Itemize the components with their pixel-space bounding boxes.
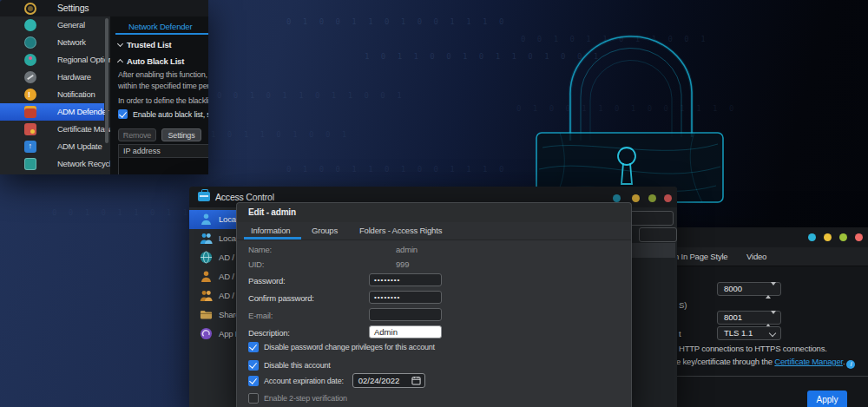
settings-window: Settings General Network Regional Option… [0, 0, 208, 174]
confirm-password-label: Confirm password: [248, 293, 314, 303]
tab-folders-access-rights[interactable]: Folders - Access Rights [359, 226, 442, 235]
close-dot[interactable] [855, 233, 863, 241]
clipped-toolbar-fragment [639, 227, 677, 242]
dialog-title: Edit - admin [248, 207, 296, 217]
ip-address-table[interactable]: IP address [118, 144, 208, 174]
name-value: admin [396, 245, 418, 254]
spinner-arrows-icon[interactable] [766, 285, 776, 297]
tab-sign-in-page-style[interactable]: n In Page Style [674, 252, 727, 261]
regional-options-pin-icon [24, 54, 36, 66]
sidebar-item-regional-options[interactable]: Regional Options [0, 51, 104, 69]
general-icon [24, 19, 36, 31]
settings-gear-icon [24, 3, 36, 15]
tls-label-fragment: t [679, 329, 681, 338]
minimize-dot[interactable] [613, 194, 621, 202]
two-step-verification-checkbox[interactable] [248, 393, 259, 404]
section-auto-black-list[interactable]: Auto Black List [118, 56, 184, 66]
padlock-illustration [508, 0, 751, 204]
user-icon [200, 270, 213, 283]
sidebar-item-adm-defender[interactable]: ADM Defender [0, 103, 104, 121]
tls-version-dropdown[interactable]: TLS 1.1 [717, 326, 781, 340]
https-label-fragment: S) [679, 300, 687, 310]
edit-admin-dialog: Edit - admin Information Groups Folders … [236, 202, 632, 407]
globe-icon [200, 251, 213, 264]
http-port-spinner[interactable]: 8000 [717, 282, 781, 296]
email-input[interactable] [369, 308, 442, 321]
adm-defender-fortress-icon [24, 106, 36, 118]
disable-password-change-row: Disable password change privileges for t… [248, 342, 435, 352]
tab-groups[interactable]: Groups [312, 226, 338, 235]
settings-titlebar[interactable]: Settings [0, 0, 208, 16]
two-step-verification-row: Enable 2-step verification [248, 393, 347, 404]
binary-pattern: 0 1 0 0 1 1 0 1 0 0 1 1 1 0 [286, 17, 507, 26]
info-icon[interactable]: i [846, 360, 855, 369]
remove-button[interactable]: Remove [118, 128, 156, 141]
tab-information[interactable]: Information [251, 226, 290, 235]
sidebar-item-certificate-manager[interactable]: Certificate Manager [0, 121, 104, 138]
settings-window-title: Settings [57, 3, 89, 13]
recycle-bin-icon [24, 158, 36, 170]
binary-pattern: 0 0 1 0 1 1 0 1 1 0 0 1 [217, 91, 405, 100]
close-dot[interactable] [664, 194, 672, 202]
sidebar-item-hardware[interactable]: Hardware [0, 69, 104, 86]
apply-button[interactable]: Apply [807, 391, 847, 407]
disable-account-row: Disable this account [248, 360, 331, 371]
auto-black-list-description-line2: within the specified time perio [118, 82, 208, 90]
confirm-password-input[interactable]: •••••••• [369, 291, 442, 304]
dialog-tab-bar: Information Groups Folders - Access Righ… [237, 222, 631, 240]
notification-alert-icon: ! [24, 89, 36, 101]
sidebar-item-notification[interactable]: ! Notification [0, 86, 104, 103]
chevron-down-icon [769, 330, 776, 337]
hardware-tool-icon [24, 71, 36, 83]
ip-address-column-header: IP address [119, 145, 208, 158]
sidebar-scrollbar[interactable] [105, 18, 108, 143]
app-privileges-icon [200, 327, 213, 340]
calendar-icon[interactable] [411, 376, 421, 385]
uid-label: UID: [248, 259, 264, 269]
name-label: Name: [248, 245, 272, 254]
maximize-dot[interactable] [839, 233, 847, 241]
folder-icon [200, 308, 213, 321]
password-label: Password: [248, 276, 286, 286]
users-group-icon [200, 289, 213, 302]
chevron-down-icon [117, 41, 123, 47]
certificate-manager-link[interactable]: Certificate Manager [774, 357, 843, 366]
binary-pattern: 0 1 0 0 1 1 0 1 0 0 1 1 1 0 [286, 165, 507, 174]
dialog-header[interactable]: Edit - admin [237, 203, 631, 223]
expiration-date-input[interactable]: 02/24/2022 [352, 373, 425, 388]
section-trusted-list[interactable]: Trusted List [118, 40, 171, 49]
https-port-spinner[interactable]: 8001 [717, 311, 781, 325]
adm-update-arrow-icon: ↑ [24, 141, 36, 153]
tab-network-defender[interactable]: Network Defender [128, 22, 192, 31]
auto-black-list-description-line1: After enabling this function, if [118, 70, 208, 79]
clipped-selected-row-fragment [627, 243, 675, 258]
disable-password-change-checkbox[interactable] [248, 342, 259, 352]
spinner-arrows-icon[interactable] [766, 313, 776, 325]
uid-value: 999 [396, 259, 409, 269]
users-group-icon [200, 232, 213, 245]
email-label: E-mail: [248, 311, 273, 320]
restore-dot[interactable] [632, 194, 640, 202]
sidebar-item-adm-update[interactable]: ↑ ADM Update [0, 138, 104, 155]
tab-video[interactable]: Video [746, 252, 766, 261]
settings-button[interactable]: Settings [161, 128, 201, 141]
account-expiration-row: Account expiration date: 02/24/2022 [248, 373, 425, 388]
access-control-window-title: Access Control [215, 192, 274, 202]
sidebar-item-network[interactable]: Network [0, 34, 104, 51]
account-expiration-checkbox[interactable] [248, 376, 259, 386]
disable-account-checkbox[interactable] [248, 360, 259, 371]
active-tab-underline [244, 237, 301, 240]
restore-dot[interactable] [824, 233, 832, 241]
network-defender-panel: Network Defender Trusted List Auto Black… [110, 16, 208, 174]
sidebar-item-network-recycle-bin[interactable]: Network Recycle Bin [0, 155, 104, 173]
maximize-dot[interactable] [648, 194, 656, 202]
description-input[interactable]: Admin [369, 325, 442, 338]
minimize-dot[interactable] [808, 233, 816, 241]
tab-underline [115, 33, 208, 35]
access-control-app-icon [198, 192, 210, 201]
enable-auto-black-list-checkbox[interactable] [118, 109, 128, 119]
network-globe-icon [24, 36, 36, 49]
certificate-manager-icon [24, 123, 36, 135]
password-input[interactable]: •••••••• [369, 273, 442, 286]
sidebar-item-general[interactable]: General [0, 16, 104, 34]
